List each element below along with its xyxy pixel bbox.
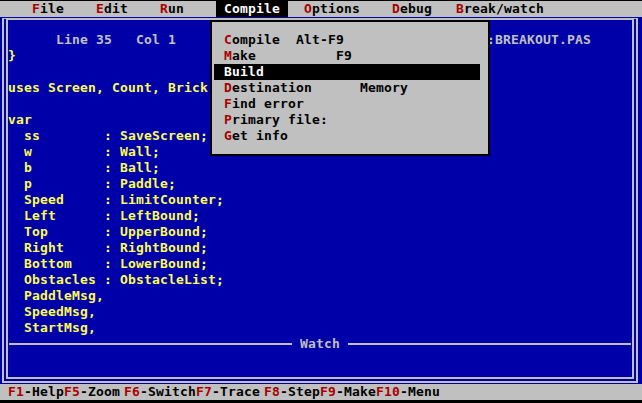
menu-item-make[interactable]: MakeF9 bbox=[212, 48, 488, 64]
menu-break-watch[interactable]: Break/watch bbox=[456, 1, 544, 17]
hotkey-letter: E bbox=[96, 1, 104, 16]
menu-item-get-info[interactable]: Get info bbox=[212, 128, 488, 144]
watch-separator: Watch bbox=[9, 336, 631, 352]
code-line: SpeedMsg, bbox=[8, 304, 96, 320]
menu-item-label: Primary file: bbox=[224, 112, 328, 127]
code-line: } bbox=[8, 48, 16, 64]
fkey-key: F10 bbox=[376, 384, 400, 399]
hotkey-letter: M bbox=[224, 48, 232, 63]
code-line: Bottom : LowerBound; bbox=[8, 256, 208, 272]
menu-item-shortcut: F9 bbox=[336, 48, 352, 64]
menu-bar: FileEditRunCompileOptionsDebugBreak/watc… bbox=[0, 1, 642, 17]
code-line: Top : UpperBound; bbox=[8, 224, 208, 240]
fkey-key: F1 bbox=[8, 384, 24, 399]
menu-options[interactable]: Options bbox=[304, 1, 360, 17]
hotkey-letter: B bbox=[224, 64, 232, 79]
fkey-key: F7 bbox=[196, 384, 212, 399]
hotkey-letter: F bbox=[32, 1, 40, 16]
hotkey-letter: B bbox=[456, 1, 464, 16]
code-line: uses Screen, Count, Brick bbox=[8, 80, 208, 96]
menu-item-label: Destination bbox=[224, 80, 312, 95]
menu-item-destination[interactable]: DestinationMemory bbox=[212, 80, 488, 96]
fkey-f9-make[interactable]: F9-Make bbox=[320, 384, 376, 400]
hotkey-letter: G bbox=[224, 128, 232, 143]
code-line: PaddleMsg, bbox=[8, 288, 104, 304]
menu-debug[interactable]: Debug bbox=[392, 1, 432, 17]
function-key-bar: F1-HelpF5-ZoomF6-SwitchF7-TraceF8-StepF9… bbox=[0, 384, 642, 400]
code-line: ss : SaveScreen; bbox=[8, 128, 208, 144]
fkey-action: -Zoom bbox=[80, 384, 120, 399]
fkey-action: -Help bbox=[24, 384, 64, 399]
code-line: Speed : LimitCounter; bbox=[8, 192, 224, 208]
menu-item-label: Make bbox=[224, 48, 256, 63]
menu-item-find-error[interactable]: Find error bbox=[212, 96, 488, 112]
watch-title: Watch bbox=[292, 336, 348, 352]
fkey-action: -Switch bbox=[140, 384, 196, 399]
separator-line-right bbox=[348, 343, 631, 345]
menu-item-label: Build bbox=[224, 64, 264, 79]
code-line: b : Ball; bbox=[8, 160, 160, 176]
menu-item-label: Get info bbox=[224, 128, 288, 143]
hotkey-letter: D bbox=[224, 80, 232, 95]
hotkey-letter: O bbox=[304, 1, 312, 16]
menu-item-label: Compile bbox=[224, 32, 280, 47]
fkey-f7-trace[interactable]: F7-Trace bbox=[196, 384, 260, 400]
compile-dropdown-menu: CompileAlt-F9MakeF9BuildDestinationMemor… bbox=[210, 20, 490, 156]
menu-compile[interactable]: Compile bbox=[216, 1, 288, 17]
code-line: Right : RightBound; bbox=[8, 240, 208, 256]
watch-area bbox=[8, 352, 632, 376]
separator-line-left bbox=[9, 343, 292, 345]
hotkey-letter: F bbox=[224, 96, 232, 111]
code-line: var bbox=[8, 112, 32, 128]
hotkey-letter: C bbox=[224, 1, 232, 16]
code-line: Obstacles : ObstacleList; bbox=[8, 272, 224, 288]
fkey-key: F9 bbox=[320, 384, 336, 399]
menu-item-shortcut: Alt-F9 bbox=[296, 32, 344, 48]
fkey-f1-help[interactable]: F1-Help bbox=[8, 384, 64, 400]
menu-file[interactable]: File bbox=[32, 1, 64, 17]
menu-item-label: Find error bbox=[224, 96, 304, 111]
fkey-action: -Trace bbox=[212, 384, 260, 399]
code-line: Left : LeftBound; bbox=[8, 208, 200, 224]
turbo-pascal-ide-screen: Line 35 Col 1 :BREAKOUT.PAS }uses Screen… bbox=[0, 0, 642, 403]
hotkey-letter: P bbox=[224, 112, 232, 127]
hotkey-letter: D bbox=[392, 1, 400, 16]
fkey-key: F8 bbox=[264, 384, 280, 399]
fkey-key: F6 bbox=[124, 384, 140, 399]
hotkey-letter: C bbox=[224, 32, 232, 47]
menu-edit[interactable]: Edit bbox=[96, 1, 128, 17]
menu-item-primary-file[interactable]: Primary file: bbox=[212, 112, 488, 128]
fkey-f10-menu[interactable]: F10-Menu bbox=[376, 384, 440, 400]
menu-run[interactable]: Run bbox=[160, 1, 184, 17]
hotkey-letter: R bbox=[160, 1, 168, 16]
menu-item-build[interactable]: Build bbox=[214, 64, 480, 80]
code-line: w : Wall; bbox=[8, 144, 160, 160]
fkey-f8-step[interactable]: F8-Step bbox=[264, 384, 320, 400]
fkey-action: -Step bbox=[280, 384, 320, 399]
code-line: StartMsg, bbox=[8, 320, 96, 336]
fkey-action: -Make bbox=[336, 384, 376, 399]
fkey-key: F5 bbox=[64, 384, 80, 399]
menu-item-compile[interactable]: CompileAlt-F9 bbox=[212, 32, 488, 48]
fkey-action: -Menu bbox=[400, 384, 440, 399]
menu-item-shortcut: Memory bbox=[360, 80, 408, 96]
fkey-f6-switch[interactable]: F6-Switch bbox=[124, 384, 196, 400]
code-line: p : Paddle; bbox=[8, 176, 176, 192]
fkey-f5-zoom[interactable]: F5-Zoom bbox=[64, 384, 120, 400]
